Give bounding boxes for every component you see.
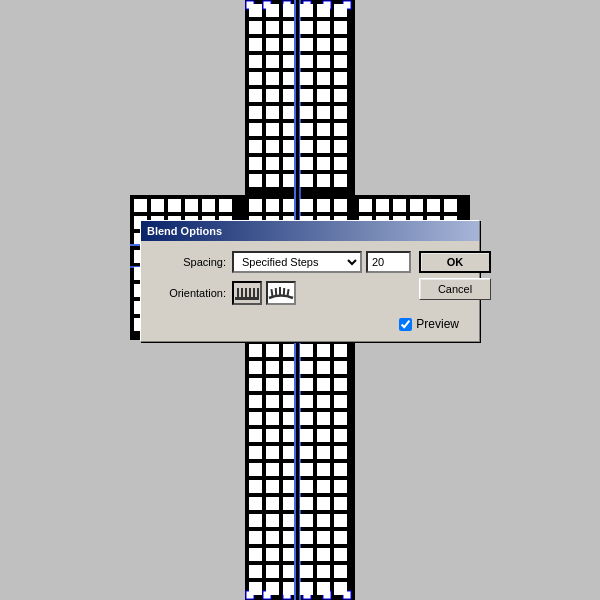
svg-rect-158 bbox=[317, 548, 330, 561]
svg-rect-143 bbox=[266, 514, 279, 527]
svg-rect-110 bbox=[317, 412, 330, 425]
svg-rect-269 bbox=[266, 199, 279, 212]
svg-rect-317 bbox=[237, 288, 239, 297]
path-spine-icon bbox=[268, 283, 294, 303]
svg-rect-57 bbox=[334, 106, 347, 119]
svg-rect-160 bbox=[249, 565, 262, 578]
svg-rect-73 bbox=[300, 157, 313, 170]
svg-rect-172 bbox=[134, 199, 147, 212]
svg-rect-165 bbox=[334, 565, 347, 578]
svg-rect-225 bbox=[444, 199, 457, 212]
dialog-body: Spacing: Smooth Color Specified Steps Sp… bbox=[141, 241, 479, 341]
svg-rect-166 bbox=[249, 582, 262, 595]
svg-rect-154 bbox=[249, 548, 262, 561]
svg-rect-171 bbox=[334, 582, 347, 595]
svg-rect-34 bbox=[249, 55, 262, 68]
preview-row: Preview bbox=[151, 317, 469, 331]
svg-rect-27 bbox=[334, 21, 347, 34]
svg-rect-268 bbox=[249, 199, 262, 212]
svg-rect-45 bbox=[334, 72, 347, 85]
svg-rect-129 bbox=[334, 463, 347, 476]
spacing-dropdown[interactable]: Smooth Color Specified Steps Specified D… bbox=[232, 251, 362, 273]
svg-rect-50 bbox=[317, 89, 330, 102]
orientation-align-path[interactable] bbox=[266, 281, 296, 305]
svg-rect-43 bbox=[300, 72, 313, 85]
svg-rect-29 bbox=[266, 38, 279, 51]
svg-rect-141 bbox=[334, 497, 347, 510]
svg-rect-118 bbox=[249, 446, 262, 459]
svg-rect-89 bbox=[266, 361, 279, 374]
spine-icon bbox=[234, 283, 260, 303]
svg-rect-75 bbox=[334, 157, 347, 170]
svg-rect-58 bbox=[249, 123, 262, 136]
svg-rect-88 bbox=[249, 361, 262, 374]
svg-rect-98 bbox=[317, 378, 330, 391]
svg-rect-106 bbox=[249, 412, 262, 425]
svg-rect-220 bbox=[359, 199, 372, 212]
svg-rect-79 bbox=[300, 174, 313, 187]
svg-rect-146 bbox=[317, 514, 330, 527]
svg-rect-222 bbox=[393, 199, 406, 212]
steps-input[interactable] bbox=[366, 251, 411, 273]
svg-rect-76 bbox=[249, 174, 262, 187]
svg-rect-122 bbox=[317, 446, 330, 459]
svg-rect-155 bbox=[266, 548, 279, 561]
svg-rect-136 bbox=[249, 497, 262, 510]
svg-rect-38 bbox=[317, 55, 330, 68]
svg-rect-109 bbox=[300, 412, 313, 425]
svg-rect-145 bbox=[300, 514, 313, 527]
svg-rect-134 bbox=[317, 480, 330, 493]
svg-rect-26 bbox=[317, 21, 330, 34]
spacing-label: Spacing: bbox=[151, 256, 226, 268]
svg-rect-322 bbox=[257, 288, 259, 297]
dialog-titlebar[interactable]: Blend Options bbox=[141, 221, 479, 241]
svg-rect-139 bbox=[300, 497, 313, 510]
svg-rect-32 bbox=[317, 38, 330, 51]
svg-rect-112 bbox=[249, 429, 262, 442]
svg-rect-135 bbox=[334, 480, 347, 493]
svg-rect-99 bbox=[334, 378, 347, 391]
svg-rect-157 bbox=[300, 548, 313, 561]
svg-rect-81 bbox=[334, 174, 347, 187]
svg-rect-67 bbox=[300, 140, 313, 153]
svg-rect-170 bbox=[317, 582, 330, 595]
svg-rect-151 bbox=[300, 531, 313, 544]
preview-checkbox[interactable] bbox=[399, 318, 412, 331]
svg-rect-85 bbox=[300, 344, 313, 357]
svg-rect-71 bbox=[266, 157, 279, 170]
svg-rect-80 bbox=[317, 174, 330, 187]
svg-rect-161 bbox=[266, 565, 279, 578]
svg-rect-121 bbox=[300, 446, 313, 459]
svg-rect-19 bbox=[300, 4, 313, 17]
svg-rect-97 bbox=[300, 378, 313, 391]
svg-rect-21 bbox=[334, 4, 347, 17]
svg-rect-20 bbox=[317, 4, 330, 17]
svg-rect-316 bbox=[235, 297, 259, 300]
svg-rect-177 bbox=[219, 199, 232, 212]
orientation-label: Orientation: bbox=[151, 287, 226, 299]
svg-rect-130 bbox=[249, 480, 262, 493]
svg-rect-128 bbox=[317, 463, 330, 476]
svg-rect-272 bbox=[317, 199, 330, 212]
svg-rect-25 bbox=[300, 21, 313, 34]
svg-rect-224 bbox=[427, 199, 440, 212]
orientation-align-page[interactable] bbox=[232, 281, 262, 305]
cancel-button[interactable]: Cancel bbox=[419, 278, 491, 300]
svg-rect-159 bbox=[334, 548, 347, 561]
svg-rect-39 bbox=[334, 55, 347, 68]
svg-rect-64 bbox=[249, 140, 262, 153]
svg-rect-176 bbox=[202, 199, 215, 212]
svg-rect-149 bbox=[266, 531, 279, 544]
svg-rect-33 bbox=[334, 38, 347, 51]
svg-rect-65 bbox=[266, 140, 279, 153]
svg-rect-100 bbox=[249, 395, 262, 408]
svg-rect-74 bbox=[317, 157, 330, 170]
ok-button[interactable]: OK bbox=[419, 251, 491, 273]
svg-rect-169 bbox=[300, 582, 313, 595]
svg-rect-77 bbox=[266, 174, 279, 187]
svg-rect-94 bbox=[249, 378, 262, 391]
svg-rect-127 bbox=[300, 463, 313, 476]
svg-rect-47 bbox=[266, 89, 279, 102]
svg-rect-163 bbox=[300, 565, 313, 578]
svg-rect-133 bbox=[300, 480, 313, 493]
